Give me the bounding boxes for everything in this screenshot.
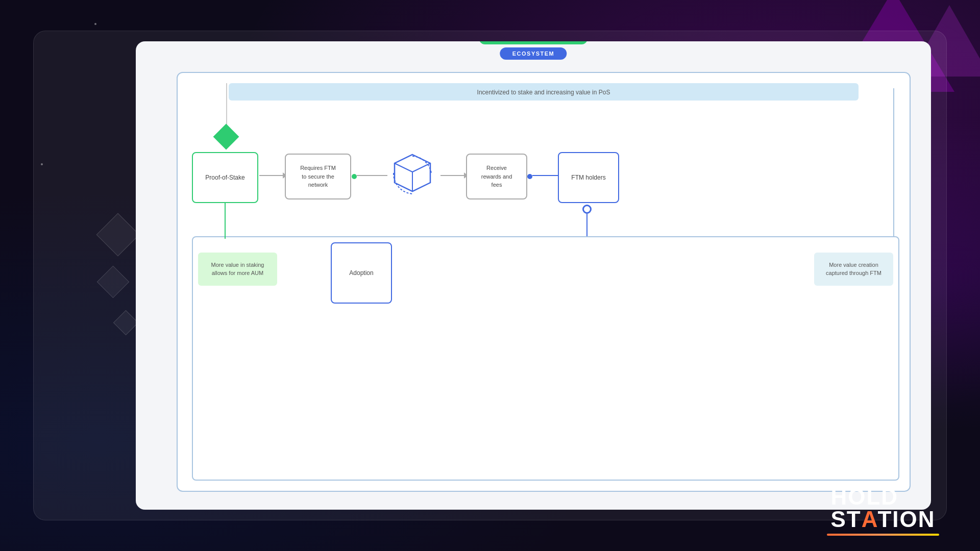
holdstation-logo: HOLD ST A TION [827,486,939,536]
logo-line2-container: ST A TION [830,508,935,531]
line-down-1 [586,214,587,239]
outer-card: ON-CHAIN GOVERNANCE ECOSYSTEM Incentiviz… [33,31,947,520]
feedback-text: Incentivized to stake and increasing val… [477,89,610,96]
logo-a: A [862,508,878,531]
inner-card: ON-CHAIN GOVERNANCE ECOSYSTEM Incentiviz… [136,41,931,510]
logo-tion: TION [877,508,935,531]
ecosystem-badge: ECOSYSTEM [500,47,567,60]
receive-rewards-label: Receive rewards and fees [481,164,512,189]
more-value-staking-label: More value in staking allows for more AU… [211,261,264,277]
bottom-section: More value in staking allows for more AU… [192,236,899,481]
more-value-creation-node: More value creation captured through FTM [814,253,893,286]
more-value-creation-label: More value creation captured through FTM [826,261,881,277]
diagram-area: Incentivized to stake and increasing val… [151,62,916,499]
ftm-holders-label: FTM holders [571,174,605,181]
logo-text-container: HOLD ST A TION [830,486,935,531]
diamond-deco-1 [96,213,140,257]
scatter-dot [94,23,96,25]
adoption-node: Adoption [331,242,392,304]
proof-of-stake-node: Proof-of-Stake [192,152,258,203]
arrow-2 [357,175,387,176]
svg-line-1 [395,163,412,172]
feedback-box: Incentivized to stake and increasing val… [229,83,859,101]
badge-container: ON-CHAIN GOVERNANCE ECOSYSTEM [479,41,587,60]
governance-badge: ON-CHAIN GOVERNANCE [479,41,587,44]
logo-underline [827,534,939,536]
green-dot [352,174,357,179]
line-top-vertical [226,83,227,127]
receive-rewards-node: Receive rewards and fees [466,154,527,199]
arrow-4 [532,175,558,176]
cube-icon [384,147,440,203]
diamond-node [213,124,239,149]
blue-dot-2 [582,205,592,214]
logo-st: ST [830,508,861,531]
proof-of-stake-label: Proof-of-Stake [205,174,244,181]
adoption-label: Adoption [349,269,373,277]
more-value-staking-node: More value in staking allows for more AU… [198,253,277,286]
ftm-holders-node: FTM holders [558,152,619,203]
diagram-outer-rect: Incentivized to stake and increasing val… [177,72,911,492]
logo-lines: HOLD ST A TION [830,486,935,531]
blue-dot-1 [527,174,532,179]
requires-ftm-label: Requires FTM to secure the network [300,164,336,189]
logo-line1: HOLD [830,486,898,508]
arrow-3 [440,175,466,176]
arrow-1 [259,175,285,176]
requires-ftm-node: Requires FTM to secure the network [285,154,351,199]
diamond-deco-3 [113,310,138,335]
diamond-deco-2 [96,266,129,298]
line-down-left [225,203,226,239]
